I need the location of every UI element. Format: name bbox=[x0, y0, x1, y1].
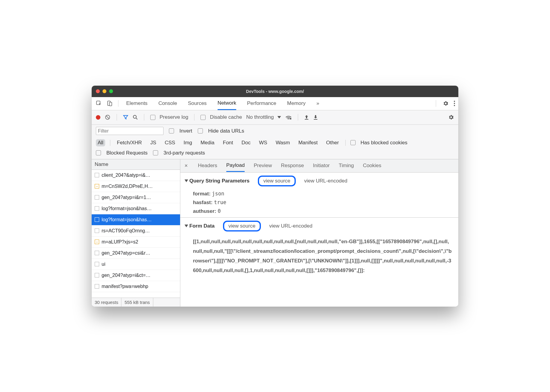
type-wasm[interactable]: Wasm bbox=[274, 139, 292, 146]
main-tabs-row: Elements Console Sources Network Perform… bbox=[92, 97, 458, 110]
type-other[interactable]: Other bbox=[324, 139, 341, 146]
close-window-button[interactable] bbox=[96, 89, 100, 93]
request-name: rs=ACT90oFqOrnng… bbox=[102, 228, 150, 234]
invert-checkbox[interactable] bbox=[169, 128, 174, 133]
disclosure-triangle-icon bbox=[185, 179, 188, 182]
blocked-requests-checkbox[interactable] bbox=[96, 150, 101, 155]
detail-tab-headers[interactable]: Headers bbox=[198, 160, 217, 171]
request-rows: client_204?&atyp=i&…m=CnSW2d,DPreE,H…gen… bbox=[92, 170, 180, 298]
search-icon[interactable] bbox=[133, 115, 138, 120]
request-row[interactable]: gen_204?atyp=i&ct=… bbox=[92, 270, 180, 281]
list-header-name[interactable]: Name bbox=[92, 159, 180, 170]
qsp-key: format: bbox=[193, 191, 211, 197]
qsp-val: true bbox=[214, 199, 226, 205]
detail-tab-payload[interactable]: Payload bbox=[226, 160, 245, 172]
divider bbox=[436, 100, 436, 107]
qsp-val: json bbox=[212, 191, 224, 197]
type-media[interactable]: Media bbox=[199, 139, 216, 146]
clear-icon[interactable] bbox=[105, 114, 111, 120]
svg-rect-9 bbox=[305, 119, 308, 120]
request-row[interactable]: m=aLUfP?xjs=s2 bbox=[92, 237, 180, 248]
detail-tab-timing[interactable]: Timing bbox=[339, 160, 354, 171]
zoom-window-button[interactable] bbox=[109, 89, 113, 93]
qsp-row: format: json bbox=[180, 189, 458, 198]
script-file-icon bbox=[95, 240, 99, 244]
blocked-requests-label: Blocked Requests bbox=[106, 150, 148, 156]
request-list: Name client_204?&atyp=i&…m=CnSW2d,DPreE,… bbox=[92, 159, 180, 307]
tab-elements[interactable]: Elements bbox=[126, 97, 148, 109]
panel-tabs: Elements Console Sources Network Perform… bbox=[126, 97, 319, 110]
filter-toggle-icon[interactable] bbox=[123, 115, 128, 120]
type-ws[interactable]: WS bbox=[257, 139, 269, 146]
qsp-toggle[interactable]: Query String Parameters bbox=[185, 178, 249, 184]
svg-point-4 bbox=[454, 103, 455, 104]
hide-data-urls-checkbox[interactable] bbox=[198, 128, 203, 133]
type-all[interactable]: All bbox=[96, 139, 105, 146]
detail-tab-preview[interactable]: Preview bbox=[254, 160, 272, 171]
type-css[interactable]: CSS bbox=[163, 139, 177, 146]
throttling-select[interactable]: No throttling bbox=[246, 114, 281, 120]
tab-performance[interactable]: Performance bbox=[247, 97, 276, 109]
divider bbox=[110, 140, 110, 146]
qsp-view-source-link[interactable]: view source bbox=[258, 176, 296, 186]
network-body: Name client_204?&atyp=i&…m=CnSW2d,DPreE,… bbox=[92, 159, 458, 307]
divider bbox=[345, 140, 346, 146]
close-detail-button[interactable]: × bbox=[185, 163, 188, 169]
document-file-icon bbox=[95, 284, 99, 289]
tab-network[interactable]: Network bbox=[218, 97, 236, 110]
kebab-menu-icon[interactable] bbox=[454, 100, 455, 106]
network-toolbar: Preserve log Disable cache No throttling bbox=[92, 110, 458, 125]
qsp-row: hasfast: true bbox=[180, 198, 458, 207]
throttling-value: No throttling bbox=[246, 114, 274, 120]
request-row[interactable]: gen_204?atyp=i&r=1… bbox=[92, 192, 180, 203]
type-doc[interactable]: Doc bbox=[240, 139, 252, 146]
settings-icon[interactable] bbox=[443, 100, 449, 106]
detail-tab-cookies[interactable]: Cookies bbox=[363, 160, 381, 171]
upload-har-icon[interactable] bbox=[304, 115, 309, 120]
detail-tab-initiator[interactable]: Initiator bbox=[313, 160, 330, 171]
type-manifest[interactable]: Manifest bbox=[297, 139, 319, 146]
minimize-window-button[interactable] bbox=[102, 89, 106, 93]
tab-sources[interactable]: Sources bbox=[188, 97, 206, 109]
type-font[interactable]: Font bbox=[221, 139, 235, 146]
request-row[interactable]: log?format=json&has… bbox=[92, 203, 180, 214]
qsp-val: 0 bbox=[218, 208, 221, 214]
request-name: gen_204?atyp=csi&r… bbox=[102, 250, 150, 256]
network-conditions-icon[interactable] bbox=[285, 115, 292, 120]
type-fetch-xhr[interactable]: Fetch/XHR bbox=[115, 139, 144, 146]
request-name: gen_204?atyp=i&r=1… bbox=[102, 195, 151, 200]
device-toggle-icon[interactable] bbox=[105, 100, 114, 106]
qsp-view-url-encoded-link[interactable]: view URL-encoded bbox=[304, 178, 347, 184]
filter-input[interactable] bbox=[96, 127, 163, 135]
has-blocked-cookies-checkbox[interactable] bbox=[350, 140, 356, 145]
form-view-url-encoded-link[interactable]: view URL-encoded bbox=[269, 223, 313, 229]
third-party-checkbox[interactable] bbox=[153, 150, 158, 155]
request-row[interactable]: rs=ACT90oFqOrnng… bbox=[92, 225, 180, 237]
type-img[interactable]: Img bbox=[182, 139, 194, 146]
request-row[interactable]: client_204?&atyp=i&… bbox=[92, 170, 180, 181]
request-row[interactable]: manifest?pwa=webhp bbox=[92, 281, 180, 292]
detail-tabs: × Headers Payload Preview Response Initi… bbox=[180, 159, 458, 173]
form-data-toggle[interactable]: Form Data bbox=[185, 223, 215, 229]
document-file-icon bbox=[95, 217, 99, 222]
download-har-icon[interactable] bbox=[313, 115, 318, 120]
inspect-element-icon[interactable] bbox=[95, 100, 103, 106]
type-filters: All Fetch/XHR JS CSS Img Media Font Doc … bbox=[92, 137, 458, 148]
detail-tab-response[interactable]: Response bbox=[281, 160, 304, 171]
svg-point-5 bbox=[454, 105, 455, 106]
request-row[interactable]: ui bbox=[92, 259, 180, 270]
type-js[interactable]: JS bbox=[148, 139, 158, 146]
request-row[interactable]: m=CnSW2d,DPreE,H… bbox=[92, 181, 180, 192]
tab-overflow[interactable]: » bbox=[316, 97, 319, 109]
svg-point-3 bbox=[454, 101, 455, 102]
form-view-source-link[interactable]: view source bbox=[223, 221, 261, 231]
record-button[interactable] bbox=[96, 115, 100, 120]
request-row[interactable]: log?format=json&has… bbox=[92, 214, 180, 225]
request-row[interactable]: gen_204?atyp=csi&r… bbox=[92, 248, 180, 259]
disable-cache-checkbox[interactable] bbox=[200, 115, 206, 120]
preserve-log-checkbox[interactable] bbox=[150, 115, 155, 120]
divider bbox=[117, 114, 117, 121]
tab-console[interactable]: Console bbox=[158, 97, 177, 109]
tab-memory[interactable]: Memory bbox=[287, 97, 305, 109]
panel-settings-icon[interactable] bbox=[448, 114, 454, 120]
